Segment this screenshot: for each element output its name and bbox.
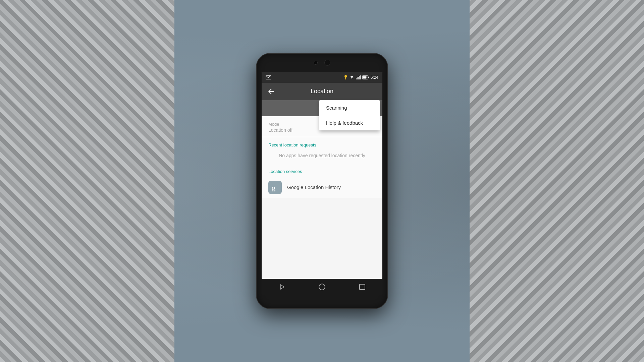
phone-bottom-bar: [257, 295, 387, 308]
phone-device: 🔑: [257, 54, 387, 308]
speaker-icon: [324, 60, 330, 66]
recent-requests-section: Recent location requests No apps have re…: [262, 137, 382, 164]
svg-marker-10: [280, 285, 284, 289]
status-time: 6:24: [371, 75, 378, 80]
nav-back-icon: [278, 283, 285, 291]
toolbar: Location Scanning Help & feedback: [262, 83, 382, 100]
phone-screen: 🔑: [262, 72, 382, 279]
wifi-status-icon: [350, 75, 354, 79]
dropdown-item-help[interactable]: Help & feedback: [319, 115, 380, 130]
google-g-icon: g: [271, 183, 279, 191]
nav-recents-icon: [359, 284, 365, 290]
svg-text:g: g: [272, 184, 275, 191]
bottom-navigation: [262, 279, 382, 295]
svg-rect-1: [356, 78, 357, 79]
location-services-section: Location services g Google Location Hist…: [262, 164, 382, 198]
recent-requests-header: Recent location requests: [262, 137, 382, 150]
location-services-header: Location services: [262, 164, 382, 177]
rope-right-decoration: [470, 0, 644, 362]
phone-top-bar: [257, 54, 387, 72]
signal-status-icon: [356, 75, 361, 79]
google-app-icon: g: [268, 181, 282, 194]
no-apps-message: No apps have requested location recently: [262, 150, 382, 164]
status-bar: 🔑: [262, 72, 382, 83]
status-bar-left: [266, 75, 271, 79]
nav-home-button[interactable]: [314, 280, 330, 294]
svg-rect-8: [363, 76, 366, 78]
nav-home-icon: [319, 284, 325, 290]
rope-left-decoration: [0, 0, 174, 362]
svg-rect-2: [357, 77, 358, 79]
google-location-history-item[interactable]: g Google Location History: [262, 177, 382, 198]
nav-back-button[interactable]: [273, 280, 290, 294]
key-status-icon: 🔑: [343, 75, 348, 80]
toolbar-title: Location: [264, 88, 380, 95]
svg-rect-5: [360, 75, 361, 79]
camera-icon: [314, 61, 318, 65]
svg-rect-4: [359, 76, 360, 79]
google-location-history-label: Google Location History: [287, 184, 341, 190]
email-status-icon: [266, 75, 271, 79]
dropdown-item-scanning[interactable]: Scanning: [319, 100, 380, 115]
svg-rect-3: [358, 77, 359, 79]
nav-recents-button[interactable]: [354, 280, 371, 294]
dropdown-menu: Scanning Help & feedback: [319, 100, 380, 130]
battery-status-icon: [362, 75, 369, 79]
svg-rect-7: [368, 76, 369, 78]
status-bar-right: 🔑: [344, 75, 378, 80]
